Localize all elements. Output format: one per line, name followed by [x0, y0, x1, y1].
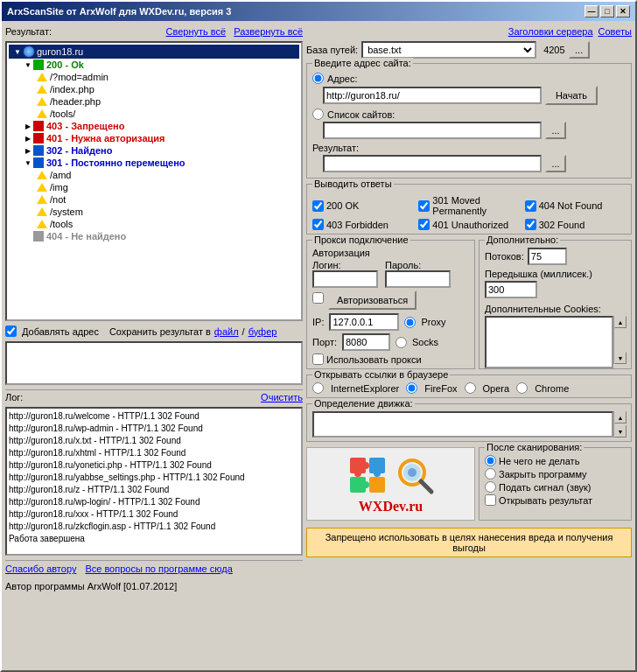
- log-entry: http://guron18.ru/xhtml - HTTP/1.1 302 F…: [9, 447, 299, 459]
- author-text: Автор программы ArxWolf [01.07.2012]: [5, 579, 303, 593]
- auth-label: Авторизация: [312, 248, 469, 258]
- result-row: Результат:: [312, 143, 626, 153]
- browser-opera-radio[interactable]: [465, 382, 476, 394]
- maximize-button[interactable]: □: [600, 5, 614, 18]
- result-input[interactable]: [323, 155, 542, 172]
- after-scan-label-3: Подать сигнал (звук): [499, 482, 592, 493]
- tips-link[interactable]: Советы: [598, 26, 632, 37]
- browser-options-row: InternetExplorer FireFox Opera Chrome: [312, 382, 626, 394]
- browser-ie-radio[interactable]: [312, 382, 324, 394]
- expand-all-link[interactable]: Развернуть всё: [234, 26, 303, 37]
- login-input[interactable]: [312, 270, 378, 288]
- after-scan-cb-4[interactable]: [485, 494, 496, 506]
- cb-302[interactable]: [525, 219, 536, 230]
- cb-404[interactable]: [525, 200, 536, 212]
- sites-list-radio[interactable]: [312, 108, 324, 120]
- log-box[interactable]: http://guron18.ru/welcome - HTTP/1.1 302…: [5, 407, 303, 556]
- questions-link[interactable]: Все вопросы по программе сюда: [85, 564, 232, 574]
- scroll-up-arrow[interactable]: ▲: [614, 316, 626, 328]
- engine-scroll-down[interactable]: ▼: [614, 425, 626, 438]
- tree-item-root[interactable]: ▼ guron18.ru: [9, 45, 299, 59]
- tree-label-index: /index.php: [50, 84, 94, 94]
- engine-input[interactable]: [312, 411, 613, 438]
- use-proxy-checkbox[interactable]: [312, 354, 324, 365]
- socks-radio-label: Socks: [412, 337, 438, 347]
- browser-chrome-radio[interactable]: [516, 382, 528, 394]
- engine-area: ▲ ▼: [312, 411, 626, 438]
- tree-item-301[interactable]: ▼ 301 - Постоянно перемещено: [9, 157, 299, 169]
- cb-403[interactable]: [312, 219, 324, 230]
- tree-arrow-301[interactable]: ▼: [23, 158, 33, 168]
- ip-input[interactable]: [329, 313, 399, 331]
- add-address-checkbox[interactable]: [5, 326, 17, 337]
- cb-401[interactable]: [418, 219, 430, 230]
- tree-arrow-401[interactable]: ▶: [23, 133, 33, 144]
- cookies-textarea[interactable]: [485, 316, 613, 368]
- tree-item-tools2[interactable]: /tools: [9, 218, 299, 230]
- engine-scroll-up[interactable]: ▲: [614, 411, 626, 424]
- tree-item-200[interactable]: ▼ 200 - Ok: [9, 59, 299, 71]
- proxy-title: Прокси подключение: [312, 234, 410, 245]
- close-button[interactable]: ✕: [616, 5, 630, 18]
- cb-200[interactable]: [312, 200, 324, 212]
- clear-log-link[interactable]: Очистить: [261, 392, 303, 402]
- delay-input[interactable]: [485, 281, 537, 298]
- scroll-down-arrow[interactable]: ▼: [614, 352, 626, 364]
- tree-item-header[interactable]: /header.php: [9, 95, 299, 108]
- tree-arrow-root[interactable]: ▼: [12, 46, 23, 57]
- threads-input[interactable]: [528, 248, 567, 265]
- log-entry: http://guron18.ru/yonetici.php - HTTP/1.…: [9, 459, 299, 472]
- after-scan-radio-1[interactable]: [485, 455, 496, 466]
- start-button[interactable]: Начать: [545, 86, 598, 105]
- tree-item-401[interactable]: ▶ 401 - Нужна авторизация: [9, 132, 299, 144]
- after-scan-radio-3[interactable]: [485, 481, 496, 493]
- browser-ff-radio[interactable]: [406, 382, 417, 394]
- save-file-link[interactable]: файл: [214, 326, 239, 337]
- authorize-button[interactable]: Авторизоваться: [328, 290, 416, 310]
- svg-point-7: [362, 481, 369, 488]
- cb-401-group: 401 Unauthorized: [418, 219, 519, 230]
- tree-item-amd[interactable]: /amd: [9, 169, 299, 181]
- collapse-all-link[interactable]: Свернуть всё: [165, 26, 226, 37]
- tree-arrow-302[interactable]: ▶: [23, 145, 33, 156]
- password-input[interactable]: [385, 270, 451, 288]
- tree-arrow-403[interactable]: ▶: [23, 121, 33, 131]
- tree-arrow-200[interactable]: ▼: [23, 60, 33, 70]
- address-input[interactable]: [323, 87, 542, 104]
- tree-item-302[interactable]: ▶ 302 - Найдено: [9, 144, 299, 157]
- after-scan-radio-2[interactable]: [485, 468, 496, 480]
- cookies-area: ▲ ▼: [485, 316, 626, 364]
- tree-item-img[interactable]: /img: [9, 181, 299, 193]
- minimize-button[interactable]: —: [584, 5, 598, 18]
- cb-404-label: 404 Not Found: [539, 200, 603, 211]
- tree-item-system[interactable]: /system: [9, 206, 299, 218]
- extra-title: Дополнительно:: [485, 234, 560, 245]
- tree-item-403[interactable]: ▶ 403 - Запрещено: [9, 120, 299, 132]
- server-headers-link[interactable]: Заголовки сервера: [508, 26, 593, 37]
- tree-item-index[interactable]: /index.php: [9, 83, 299, 95]
- tree-arrow-404[interactable]: [23, 231, 33, 242]
- sites-list-browse-button[interactable]: ...: [545, 122, 566, 139]
- base-path-select[interactable]: base.txt: [361, 41, 536, 59]
- save-buffer-link[interactable]: буфер: [248, 326, 277, 337]
- thanks-link[interactable]: Спасибо автору: [5, 564, 76, 574]
- base-path-label: База путей:: [306, 45, 358, 55]
- tree-label-header: /header.php: [50, 96, 101, 107]
- tree-item-tools[interactable]: /tools/: [9, 108, 299, 120]
- result-browse-button[interactable]: ...: [545, 155, 566, 172]
- tree-item-not[interactable]: /not: [9, 193, 299, 206]
- tree-label-mod: /?mod=admin: [50, 72, 108, 82]
- tree-view[interactable]: ▼ guron18.ru ▼ 200 - Ok /?mod=admin: [5, 41, 303, 321]
- tree-item-404[interactable]: 404 - Не найдено: [9, 230, 299, 242]
- auth-checkbox[interactable]: [312, 292, 324, 304]
- result-textbox[interactable]: [5, 341, 303, 385]
- cb-301[interactable]: [418, 200, 430, 212]
- port-input[interactable]: [342, 333, 390, 351]
- tree-item-mod[interactable]: /?mod=admin: [9, 71, 299, 83]
- proxy-radio[interactable]: [404, 317, 416, 328]
- sites-list-input[interactable]: [323, 122, 542, 139]
- socks-radio[interactable]: [396, 337, 407, 348]
- base-path-browse-button[interactable]: ...: [569, 41, 590, 59]
- address-radio[interactable]: [312, 73, 324, 84]
- cookies-scrollbar: ▲ ▼: [613, 316, 626, 364]
